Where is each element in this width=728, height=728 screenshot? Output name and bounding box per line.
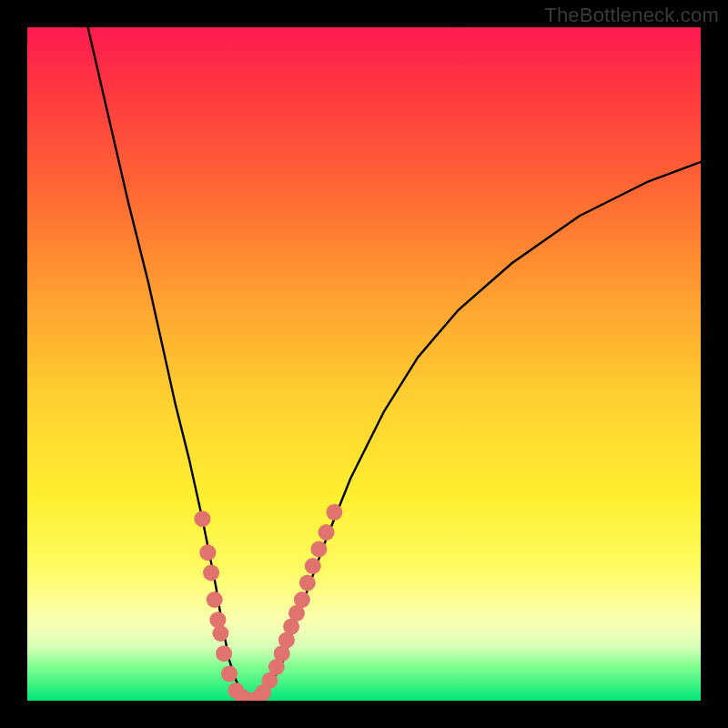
- marker-dot: [305, 558, 321, 574]
- marker-dot: [310, 541, 327, 558]
- marker-dot: [216, 645, 232, 662]
- marker-dot: [209, 612, 226, 628]
- watermark-text: TheBottleneck.com: [544, 4, 719, 27]
- marker-dot: [194, 511, 210, 527]
- marker-dot: [221, 665, 238, 682]
- marker-dot: [207, 592, 223, 608]
- plot-area: [27, 27, 701, 701]
- marker-dot: [326, 504, 342, 521]
- chart-svg: [27, 27, 701, 701]
- marker-dot: [203, 564, 219, 581]
- marker-group: [194, 504, 342, 701]
- marker-dot: [299, 575, 316, 592]
- marker-dot: [318, 524, 335, 541]
- marker-dot: [212, 625, 228, 642]
- curve-line: [88, 27, 701, 701]
- marker-dot: [294, 592, 310, 608]
- chart-frame: TheBottleneck.com: [0, 0, 728, 728]
- marker-dot: [199, 544, 216, 561]
